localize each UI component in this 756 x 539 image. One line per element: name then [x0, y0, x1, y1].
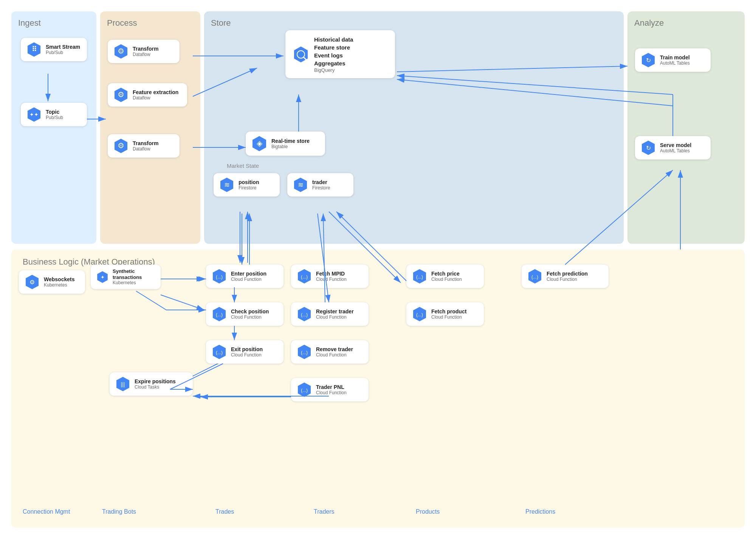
svg-text:(...): (...) [301, 350, 308, 355]
svg-text:⠿: ⠿ [32, 45, 37, 53]
analyze-label: Analyze [634, 18, 738, 28]
exit-position-title: Exit position [231, 346, 263, 352]
register-trader-subtitle: Cloud Function [316, 314, 354, 320]
svg-text:(...): (...) [216, 350, 223, 355]
websockets-node: ⚙ Websockets Kubernetes [19, 270, 85, 294]
realtime-store-node: ◈ Real-time store Bigtable [246, 132, 325, 156]
topic-node: ✦✦ Topic Pub/Sub [21, 103, 87, 126]
train-model-node: ↻ Train model AutoML Tables [635, 48, 711, 72]
category-products: Products [416, 508, 440, 515]
websockets-icon: ⚙ [24, 274, 40, 290]
enter-position-subtitle: Cloud Function [231, 277, 266, 282]
bigquery-subtitle: BigQuery [314, 67, 353, 73]
serve-model-icon: ↻ [640, 140, 656, 156]
train-model-icon: ↻ [640, 52, 656, 68]
register-trader-icon: (...) [296, 306, 312, 322]
smart-stream-subtitle: Pub/Sub [46, 50, 80, 55]
check-position-subtitle: Cloud Function [231, 314, 269, 320]
remove-trader-icon: (...) [296, 344, 312, 360]
svg-text:(...): (...) [301, 388, 308, 393]
trader-icon: ≋ [293, 177, 308, 193]
svg-text:(...): (...) [216, 312, 223, 318]
fetch-prediction-title: Fetch prediction [547, 271, 588, 277]
feature-extraction-subtitle: Dataflow [133, 95, 178, 101]
svg-text:(...): (...) [416, 312, 423, 318]
enter-position-node: (...) Enter position Cloud Function [206, 265, 284, 288]
expire-positions-title: Expire positions [135, 378, 176, 384]
trader-pnl-node: (...) Trader PNL Cloud Function [291, 378, 369, 401]
websockets-title: Websockets [44, 276, 74, 282]
bigquery-title: Historical data Feature store Event logs… [314, 36, 353, 67]
remove-trader-node: (...) Remove trader Cloud Function [291, 340, 369, 364]
transform2-title: Transform [133, 140, 158, 146]
fetch-mpid-subtitle: Cloud Function [316, 277, 347, 282]
svg-text:(...): (...) [301, 312, 308, 318]
websockets-subtitle: Kubernetes [44, 282, 74, 288]
feature-extraction-title: Feature extraction [133, 89, 178, 96]
fetch-product-icon: (...) [412, 306, 428, 322]
exit-position-subtitle: Cloud Function [231, 352, 263, 358]
transform2-node: ⚙ Transform Dataflow [108, 134, 180, 158]
transform1-subtitle: Dataflow [133, 52, 158, 57]
feature-extraction-node: ⚙ Feature extraction Dataflow [108, 83, 187, 107]
transform2-icon: ⚙ [113, 138, 129, 154]
process-label: Process [107, 18, 194, 28]
svg-text:(...): (...) [301, 274, 308, 280]
fetch-price-icon: (...) [412, 268, 428, 284]
feature-extraction-icon: ⚙ [113, 87, 129, 103]
exit-position-icon: (...) [211, 344, 227, 360]
trader-title: trader [312, 179, 330, 185]
position-node: ≋ position Firestore [214, 173, 280, 197]
bigquery-node: Historical data Feature store Event logs… [285, 30, 395, 78]
exit-position-node: (...) Exit position Cloud Function [206, 340, 284, 364]
store-label: Store [211, 18, 617, 28]
serve-model-node: ↻ Serve model AutoML Tables [635, 136, 711, 160]
trader-pnl-subtitle: Cloud Function [316, 390, 347, 395]
realtime-store-subtitle: Bigtable [271, 144, 310, 149]
register-trader-title: Register trader [316, 308, 354, 314]
fetch-mpid-icon: (...) [296, 268, 312, 284]
fetch-price-subtitle: Cloud Function [431, 277, 462, 282]
svg-text:(...): (...) [216, 274, 223, 280]
bigquery-icon [292, 46, 310, 63]
ingest-label: Ingest [18, 18, 90, 28]
market-state-label: Market State [227, 163, 259, 169]
category-connection-mgmt: Connection Mgmt [23, 508, 70, 515]
svg-text:⚙: ⚙ [118, 90, 124, 99]
smart-stream-title: Smart Stream [46, 44, 80, 50]
trader-pnl-title: Trader PNL [316, 384, 347, 390]
realtime-store-title: Real-time store [271, 138, 310, 144]
transform1-title: Transform [133, 46, 158, 52]
fetch-price-node: (...) Fetch price Cloud Function [406, 265, 484, 288]
expire-positions-node: ||| Expire positions Cloud Tasks [110, 372, 193, 396]
fetch-product-subtitle: Cloud Function [431, 314, 466, 320]
realtime-store-icon: ◈ [251, 135, 268, 152]
enter-position-title: Enter position [231, 271, 266, 277]
fetch-mpid-node: (...) Fetch MPID Cloud Function [291, 265, 369, 288]
svg-text:✦✦: ✦✦ [29, 112, 39, 118]
position-subtitle: Firestore [239, 185, 259, 191]
transform1-node: ⚙ Transform Dataflow [108, 40, 180, 63]
check-position-title: Check position [231, 308, 269, 314]
fetch-prediction-icon: (...) [527, 268, 543, 284]
topic-subtitle: Pub/Sub [46, 115, 63, 120]
fetch-prediction-node: (...) Fetch prediction Cloud Function [522, 265, 609, 288]
analyze-section: Analyze [627, 11, 745, 244]
position-title: position [239, 179, 259, 185]
check-position-icon: (...) [211, 306, 227, 322]
svg-text:↻: ↻ [646, 145, 651, 151]
fetch-mpid-title: Fetch MPID [316, 271, 347, 277]
synthetic-tx-icon: ✦ [96, 269, 109, 285]
svg-text:✦: ✦ [101, 274, 105, 280]
svg-text:⚙: ⚙ [118, 47, 124, 55]
transform2-subtitle: Dataflow [133, 146, 158, 152]
fetch-product-node: (...) Fetch product Cloud Function [406, 302, 484, 326]
check-position-node: (...) Check position Cloud Function [206, 302, 284, 326]
trader-subtitle: Firestore [312, 185, 330, 191]
expire-positions-subtitle: Cloud Tasks [135, 384, 176, 390]
position-icon: ≋ [219, 177, 235, 193]
train-model-subtitle: AutoML Tables [660, 60, 690, 66]
svg-text:≋: ≋ [298, 181, 304, 189]
smart-stream-icon: ⠿ [26, 42, 42, 57]
svg-text:(...): (...) [531, 274, 538, 280]
